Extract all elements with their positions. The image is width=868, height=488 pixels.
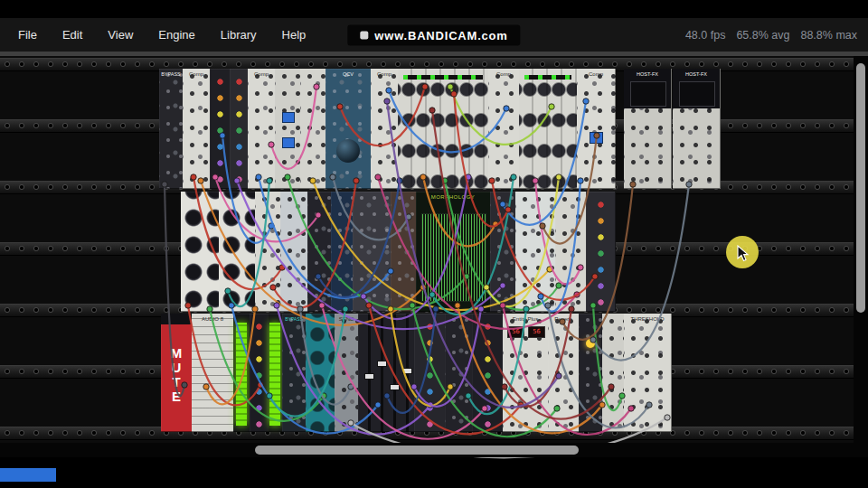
module-knob-column-2[interactable] [250,314,269,432]
module-mute[interactable]: M U T E [161,314,193,432]
sq-blue [282,137,295,148]
module-label: SEND [335,315,358,323]
module-vu-right[interactable] [268,314,283,432]
module-addr-seq[interactable] [353,192,392,312]
hdr-dark [161,314,192,324]
module-comp-2[interactable]: Comp [248,69,276,189]
module-label: QCV [326,70,371,78]
module-reverb[interactable]: Reverb [548,314,580,432]
knob-big [336,139,360,163]
module-send[interactable]: SEND [335,314,359,432]
app-window: File Edit View Engine Library Help www.B… [0,0,868,488]
module-qcv[interactable]: QCV [326,69,372,189]
module-misc[interactable] [490,192,516,312]
module-label: Reverb [548,315,579,323]
module-label: MORPHOLOGY [416,193,490,201]
module-navy[interactable] [331,192,354,312]
module-audio-8[interactable]: AUDIO 8 [192,314,234,432]
module-label: AUDIO 8 [192,315,233,323]
module-dark-4[interactable] [472,314,504,432]
wave [421,213,486,302]
module-lfo-a[interactable] [181,192,220,312]
bottom-left-blue-bar [0,468,56,482]
module-comp-1[interactable]: Comp [183,69,211,189]
fader-cap [390,384,400,390]
fader-cap [377,361,387,367]
module-lfo-b[interactable] [219,192,256,312]
module-dark-3[interactable] [445,314,473,432]
fader-cap [402,368,412,374]
vertical-scrollbar-thumb[interactable] [856,63,865,313]
module-knob-column[interactable] [230,69,249,189]
module-label: BYPASS [282,315,306,323]
module-dark-5[interactable] [579,314,603,432]
module-mixer-1[interactable] [398,69,489,189]
module-label: Comp [183,70,210,78]
module-vu-left[interactable] [233,314,250,432]
module-label: Comp [371,70,398,78]
module-entity-plus[interactable]: Entity Plus5656 [503,314,549,432]
led-yellow [586,339,595,348]
vu-green [269,323,280,426]
module-label: Comp [248,70,275,78]
module-morphology[interactable]: MORPHOLOGY [416,192,491,312]
module-dark-2[interactable] [414,314,446,432]
module-label: Comp [488,70,519,78]
horizontal-scrollbar[interactable] [0,443,868,457]
module-sample-hold[interactable] [280,192,308,312]
module-util-1[interactable] [300,69,326,189]
module-host-fx-2[interactable]: HOST-FX [673,69,721,189]
module-light-3[interactable] [602,314,625,432]
module-comp-4[interactable]: Comp [488,69,520,189]
module-label: BYPASS [159,70,183,78]
module-label: Comp [577,70,615,78]
horizontal-scrollbar-thumb[interactable] [255,446,579,455]
module-label: THRESHOLD [624,315,671,323]
screen-dark [630,81,666,107]
screen-dark [679,81,715,107]
module-mini-knobs[interactable] [210,69,231,189]
module-teal-filter[interactable] [306,314,335,432]
sq-blue [282,112,295,123]
led-strip [403,75,483,80]
module-label: M U T E [161,346,192,404]
module-color-column[interactable] [586,192,616,312]
module-label: Entity Plus [503,315,548,323]
mouse-cursor-icon [736,245,752,267]
module-resonator[interactable] [515,192,556,312]
module-brown[interactable] [391,192,417,312]
module-fader-mixer[interactable] [358,314,415,432]
vertical-scrollbar[interactable] [854,56,868,443]
module-mixer-2[interactable] [519,69,578,189]
module-util-2[interactable] [255,192,281,312]
module-dark-1[interactable] [307,192,332,312]
module-bypass-2[interactable]: BYPASS [282,314,307,432]
led-strip [524,75,571,80]
disp-red: 56 [507,326,524,338]
disp-red: 56 [528,326,545,338]
module-switcher[interactable] [275,69,301,189]
module-light-2[interactable] [555,192,587,312]
module-comp-3[interactable]: Comp [371,69,399,189]
module-comp-5[interactable]: Comp [577,69,616,189]
vu-green [236,323,247,426]
module-bypass-strip[interactable]: BYPASS [159,69,184,189]
sq-blue [590,132,603,144]
module-host-fx-1[interactable]: HOST-FX [624,69,672,189]
module-threshold[interactable]: THRESHOLD [624,314,672,432]
fader-cap [364,373,374,380]
